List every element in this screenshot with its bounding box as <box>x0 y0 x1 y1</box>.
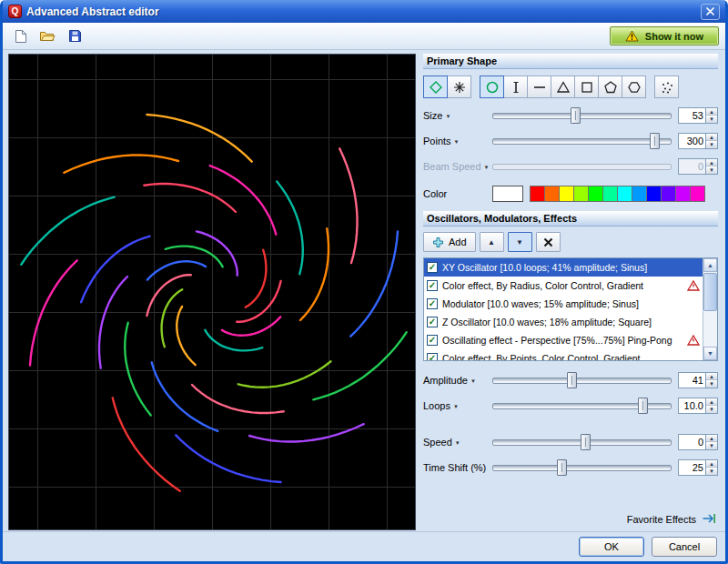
effect-checkbox[interactable]: ✓ <box>427 280 438 291</box>
effect-checkbox[interactable]: ✓ <box>427 317 438 327</box>
amplitude-spin-up-button[interactable]: ▲ <box>706 373 717 380</box>
time-shift-spin-down-button[interactable]: ▼ <box>706 468 717 475</box>
speed-slider-thumb[interactable] <box>581 434 591 450</box>
scrollbar-thumb[interactable] <box>703 273 717 311</box>
effect-row[interactable]: ✓Color effect, By Radius, Color Control,… <box>424 277 703 295</box>
ok-button[interactable]: OK <box>579 537 644 557</box>
time-shift-slider[interactable] <box>492 459 672 476</box>
save-button[interactable] <box>62 25 87 47</box>
shape-button-asterisk[interactable] <box>447 76 471 98</box>
show-it-now-label: Show it now <box>645 31 703 42</box>
shape-button-hexagon[interactable] <box>622 76 646 98</box>
points-spin-up-button[interactable]: ▲ <box>706 134 717 141</box>
shape-button-square[interactable] <box>574 76 599 98</box>
speed-label[interactable]: Speed▼ <box>423 437 492 448</box>
amplitude-slider-thumb[interactable] <box>567 372 577 388</box>
dropdown-arrow-icon: ▼ <box>454 137 460 145</box>
beam-speed-label[interactable]: Beam Speed▼ <box>423 161 492 172</box>
loops-label[interactable]: Loops▼ <box>423 400 492 411</box>
effect-row[interactable]: ✓XY Oscillator [10.0 loops; 41% amplitud… <box>424 258 703 277</box>
color-label: Color <box>423 188 492 199</box>
speed-slider[interactable] <box>492 434 672 450</box>
effect-row[interactable]: ✓Modulator [10.0 waves; 15% amplitude; S… <box>424 295 703 313</box>
loops-spin-up-button[interactable]: ▲ <box>706 398 717 406</box>
new-button[interactable] <box>7 25 33 47</box>
open-button[interactable] <box>35 25 60 47</box>
size-label[interactable]: Size▼ <box>423 110 492 121</box>
speed-spin-up-button[interactable]: ▲ <box>706 435 717 442</box>
show-it-now-button[interactable]: Show it now <box>610 26 719 45</box>
color-swatch[interactable] <box>530 186 545 202</box>
close-button[interactable] <box>701 4 720 20</box>
color-swatch[interactable] <box>646 186 662 202</box>
effect-checkbox[interactable]: ✓ <box>427 335 438 346</box>
points-slider[interactable] <box>492 133 672 149</box>
color-swatch[interactable] <box>544 186 560 202</box>
delete-effect-button[interactable] <box>536 232 561 252</box>
size-slider[interactable] <box>492 107 672 124</box>
color-swatch[interactable] <box>690 186 705 202</box>
effect-checkbox[interactable]: ✓ <box>427 262 438 273</box>
cancel-button[interactable]: Cancel <box>652 537 717 557</box>
time-shift-label[interactable]: Time Shift (%) <box>423 462 492 473</box>
favorite-effects-link[interactable]: Favorite Effects <box>423 511 718 528</box>
shape-button-dots[interactable] <box>654 76 679 98</box>
loops-value[interactable]: 10.0▲▼ <box>678 398 718 414</box>
size-slider-thumb[interactable] <box>571 107 581 124</box>
size-spin-up-button[interactable]: ▲ <box>706 108 717 116</box>
color-swatch[interactable] <box>588 186 603 202</box>
move-effect-up-button[interactable]: ▲ <box>480 232 504 252</box>
shape-button-pentagon[interactable] <box>598 76 622 98</box>
size-spin-down-button[interactable]: ▼ <box>706 116 717 123</box>
effect-row[interactable]: ✓Color effect, By Points, Color Control,… <box>424 349 703 360</box>
speed-spin-down-button[interactable]: ▼ <box>706 442 717 449</box>
amplitude-label[interactable]: Amplitude▼ <box>423 375 492 386</box>
color-swatch[interactable] <box>632 186 647 202</box>
loops-slider-thumb[interactable] <box>638 398 648 414</box>
shape-button-vertical-line[interactable] <box>503 76 528 98</box>
amplitude-value[interactable]: 41▲▼ <box>678 372 718 388</box>
color-swatch[interactable] <box>675 186 691 202</box>
color-swatch[interactable] <box>559 186 574 202</box>
amplitude-spin-down-button[interactable]: ▼ <box>706 380 717 388</box>
save-icon <box>68 29 82 43</box>
effect-row[interactable]: ✓Z Oscillator [10.0 waves; 18% amplitude… <box>424 313 703 331</box>
points-label[interactable]: Points▼ <box>423 136 492 146</box>
time-shift-spin-up-button[interactable]: ▲ <box>706 460 717 468</box>
beam-speed-value[interactable]: 0▲▼ <box>678 158 718 175</box>
points-slider-thumb[interactable] <box>650 133 660 149</box>
shape-button-triangle[interactable] <box>551 76 575 98</box>
delete-x-icon <box>543 237 553 247</box>
add-effect-button[interactable]: Add <box>423 232 476 252</box>
amplitude-slider[interactable] <box>492 372 672 388</box>
color-swatch[interactable] <box>617 186 632 202</box>
effect-warning-icon <box>687 280 700 291</box>
move-effect-down-button[interactable]: ▼ <box>508 232 532 252</box>
shape-button-horizontal-line[interactable] <box>527 76 551 98</box>
loops-spin-down-button[interactable]: ▼ <box>706 406 717 413</box>
current-color-swatch[interactable] <box>492 186 523 202</box>
effect-row[interactable]: ✓Oscillating effect - Perspective [75%..… <box>424 331 703 349</box>
points-spin-down-button[interactable]: ▼ <box>706 141 717 148</box>
time-shift-value[interactable]: 25▲▼ <box>678 459 718 476</box>
scrollbar-down-button[interactable]: ▼ <box>703 347 717 360</box>
scrollbar-track[interactable] <box>703 272 717 347</box>
loops-slider[interactable] <box>492 398 672 414</box>
speed-value[interactable]: 0▲▼ <box>678 434 718 450</box>
points-value[interactable]: 300▲▼ <box>678 133 718 149</box>
color-swatch[interactable] <box>573 186 589 202</box>
shape-button-circle[interactable] <box>480 76 504 98</box>
effect-label: Color effect, By Points, Color Control, … <box>442 353 700 360</box>
color-swatch[interactable] <box>661 186 676 202</box>
add-effect-label: Add <box>449 237 467 247</box>
effect-label: XY Oscillator [10.0 loops; 41% amplitude… <box>442 262 700 273</box>
time-shift-slider-groove <box>492 465 672 471</box>
size-value[interactable]: 53▲▼ <box>678 107 718 124</box>
shape-button-diamond[interactable] <box>423 76 448 98</box>
effect-checkbox[interactable]: ✓ <box>427 353 438 360</box>
time-shift-slider-thumb[interactable] <box>557 459 567 476</box>
effect-checkbox[interactable]: ✓ <box>427 298 438 309</box>
scrollbar-up-button[interactable]: ▲ <box>703 258 717 272</box>
effects-list-scrollbar[interactable]: ▲ ▼ <box>703 258 717 360</box>
color-swatch[interactable] <box>602 186 618 202</box>
